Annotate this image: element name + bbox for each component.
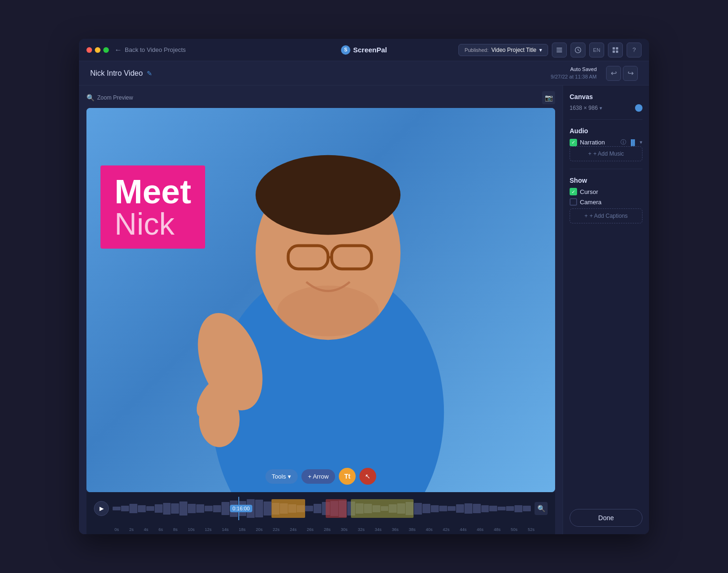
publish-button[interactable]: Published: Video Project Title ▾	[458, 44, 548, 56]
divider	[570, 119, 642, 120]
zoom-preview-label: 🔍 Zoom Preview	[86, 94, 133, 101]
cursor-row: ✓ Cursor	[570, 188, 642, 195]
canvas-color-toggle[interactable]	[635, 104, 642, 112]
narration-checkbox[interactable]: ✓	[570, 139, 577, 146]
ruler-mark: 22s	[273, 527, 280, 532]
audio-section: Audio ✓ Narration ⓘ ▐▌ ▾ + + Add Music	[570, 127, 642, 161]
redo-button[interactable]: ↪	[623, 66, 638, 81]
zoom-bar: 🔍 Zoom Preview 📷	[86, 91, 555, 104]
stack-button[interactable]	[608, 43, 623, 57]
ruler-mark: 12s	[205, 527, 212, 532]
video-canvas: Meet Nick	[86, 108, 555, 492]
minimize-button[interactable]	[95, 47, 100, 53]
divider-2	[570, 169, 642, 169]
svg-rect-8	[613, 50, 615, 53]
main-content: 🔍 Zoom Preview 📷 Meet Nick	[79, 86, 649, 534]
arrow-label: + Arrow	[308, 473, 328, 480]
app-logo: S ScreenPal	[341, 45, 387, 55]
language-button[interactable]: EN	[589, 43, 604, 57]
autosave-info: Auto Saved 9/27/22 at 11:38 AM	[551, 66, 597, 80]
title-bar: ← Back to Video Projects S ScreenPal Pub…	[79, 39, 649, 61]
back-label: Back to Video Projects	[125, 46, 186, 53]
edit-icon[interactable]: ✎	[147, 70, 152, 77]
ruler-mark: 14s	[222, 527, 229, 532]
narration-row: ✓ Narration ⓘ ▐▌ ▾	[570, 138, 642, 146]
undo-button[interactable]: ↩	[606, 66, 621, 81]
audio-chevron-icon[interactable]: ▾	[640, 139, 642, 145]
undo-redo-controls: ↩ ↪	[606, 66, 638, 81]
svg-point-12	[256, 155, 400, 235]
cursor-checkbox[interactable]: ✓	[570, 188, 577, 195]
ruler-mark: 30s	[341, 527, 348, 532]
timeline-segment-red[interactable]	[326, 499, 347, 518]
timeline-zoom-button[interactable]: 🔍	[535, 502, 548, 515]
project-header: Nick Intro Video ✎ Auto Saved 9/27/22 at…	[79, 61, 649, 86]
tools-label: Tools	[272, 473, 286, 480]
ruler-mark: 6s	[158, 527, 163, 532]
narration-label: Narration	[580, 139, 618, 146]
timeline-segment-orange[interactable]	[271, 499, 305, 518]
timeline-area: ▶ 0:16:00 �	[86, 492, 555, 534]
cursor-tool-button[interactable]: ↖	[359, 468, 376, 485]
ruler-mark: 38s	[409, 527, 416, 532]
help-button[interactable]: ?	[627, 43, 642, 57]
layers-button[interactable]	[552, 43, 567, 57]
cursor-check-icon: ✓	[571, 189, 575, 194]
check-icon: ✓	[571, 140, 575, 145]
svg-rect-7	[616, 47, 618, 50]
svg-point-16	[277, 286, 378, 337]
ruler-mark: 40s	[426, 527, 433, 532]
current-time-badge: 0:16:00	[230, 505, 253, 512]
canvas-size: 1638 × 986 ▾	[570, 105, 602, 111]
ruler-mark: 28s	[324, 527, 331, 532]
ruler-mark: 32s	[358, 527, 365, 532]
timeline-segment-yellow[interactable]	[351, 499, 414, 518]
project-title-area: Nick Intro Video ✎	[90, 69, 152, 78]
ruler-mark: 26s	[307, 527, 314, 532]
camera-row: Camera	[570, 198, 642, 206]
back-arrow-icon: ←	[114, 46, 122, 54]
person-silhouette	[86, 108, 555, 492]
waveform	[113, 497, 531, 520]
play-button[interactable]: ▶	[94, 501, 109, 516]
add-music-label: + Add Music	[593, 150, 624, 157]
canvas-title: Canvas	[570, 93, 642, 100]
show-section: Show ✓ Cursor Camera + + Add Captions	[570, 177, 642, 223]
screenshot-button[interactable]: 📷	[542, 91, 555, 104]
done-button[interactable]: Done	[570, 509, 642, 527]
timeline-ruler: 0s 2s 4s 6s 8s 10s 12s 14s 18s 20s 22s 2…	[94, 525, 548, 534]
ruler-mark: 20s	[256, 527, 263, 532]
add-captions-label: + Add Captions	[590, 213, 628, 219]
svg-rect-6	[613, 47, 615, 50]
ruler-mark: 2s	[129, 527, 134, 532]
autosave-date: 9/27/22 at 11:38 AM	[551, 73, 597, 80]
add-arrow-button[interactable]: + Arrow	[301, 469, 335, 484]
ruler-mark: 10s	[188, 527, 195, 532]
text-tool-button[interactable]: Tt	[339, 468, 356, 485]
svg-rect-2	[557, 51, 562, 52]
waveform-container[interactable]: 0:16:00	[113, 497, 531, 520]
done-label: Done	[598, 514, 614, 522]
camera-checkbox[interactable]	[570, 198, 577, 206]
clock-button[interactable]	[571, 43, 585, 57]
ruler-mark: 36s	[392, 527, 399, 532]
svg-line-5	[578, 50, 579, 51]
chevron-down-icon[interactable]: ▾	[600, 105, 602, 111]
ruler-mark: 44s	[460, 527, 467, 532]
maximize-button[interactable]	[103, 47, 109, 53]
right-panel: Canvas 1638 × 986 ▾ Audio ✓ Narrat	[563, 86, 649, 534]
ruler-mark: 0s	[114, 527, 119, 532]
panel-spacer	[570, 231, 642, 501]
cursor-label: Cursor	[580, 188, 598, 195]
ruler-mark: 46s	[477, 527, 484, 532]
info-icon[interactable]: ⓘ	[621, 138, 626, 146]
text-icon: Tt	[344, 473, 350, 480]
tools-overlay: Tools ▾ + Arrow Tt ↖	[265, 468, 377, 485]
audio-levels-icon[interactable]: ▐▌	[629, 139, 637, 146]
close-button[interactable]	[86, 47, 92, 53]
ruler-mark: 34s	[375, 527, 382, 532]
add-music-button[interactable]: + + Add Music	[570, 146, 642, 161]
add-captions-button[interactable]: + + Add Captions	[570, 208, 642, 223]
back-to-projects-button[interactable]: ← Back to Video Projects	[114, 46, 186, 54]
tools-button[interactable]: Tools ▾	[265, 469, 298, 484]
